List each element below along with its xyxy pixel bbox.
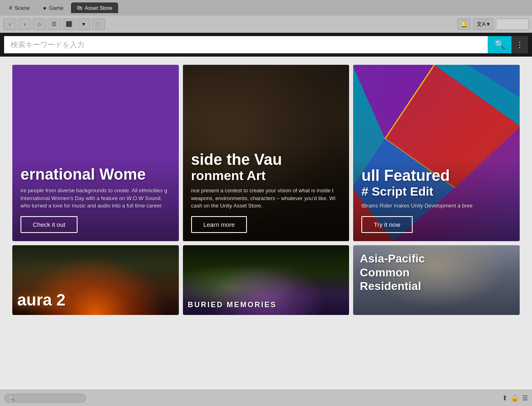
tab-game-label: Game xyxy=(49,5,63,11)
search-more-button[interactable]: ⋮ xyxy=(511,36,528,53)
card-desc-2: nce present a contest to create your vis… xyxy=(191,187,341,210)
notification-button[interactable]: 🔔 xyxy=(457,18,470,30)
language-button[interactable]: 文A ▾ xyxy=(473,18,493,30)
tab-game[interactable]: ● Game xyxy=(37,2,69,13)
building-title-line1: Asia-Pacific xyxy=(360,252,425,265)
home-icon: ⌂ xyxy=(38,21,41,27)
banner-grid: ernational Wome ire people from diverse … xyxy=(12,65,520,241)
card-desc-3: tBrains Rider makes Unity Development a … xyxy=(361,202,511,210)
small-card-aura[interactable]: aura 2 xyxy=(12,245,179,315)
search-submit-button[interactable]: 🔍 xyxy=(488,36,511,53)
cart-button[interactable]: 🛒 xyxy=(92,18,105,30)
bottom-search-icon: 🔍 xyxy=(9,395,15,401)
scene-icon: # xyxy=(9,5,12,11)
card-subtitle-3: # Script Edit xyxy=(361,185,511,198)
store-icon: 🛍 xyxy=(77,5,82,11)
search-bar: 🔍 ⋮ xyxy=(0,33,532,57)
forward-button[interactable]: › xyxy=(18,18,31,30)
user-avatar[interactable] xyxy=(496,18,529,30)
card-subtitle-2: ronment Art xyxy=(191,169,341,183)
back-button[interactable]: ‹ xyxy=(3,18,16,30)
learn-more-button[interactable]: Learn more xyxy=(191,216,247,233)
home-button[interactable]: ⌂ xyxy=(33,18,46,30)
small-card-title-aura: aura 2 xyxy=(17,291,175,309)
cart-icon: 🛒 xyxy=(95,21,102,27)
menu-button[interactable]: ☰ xyxy=(48,18,61,30)
lang-icon: 文A xyxy=(477,21,486,28)
bell-icon: 🔔 xyxy=(461,21,468,27)
game-icon: ● xyxy=(43,5,46,11)
banner-card-featured[interactable]: ull Featured # Script Edit tBrains Rider… xyxy=(353,65,520,241)
bottom-right: ⬆ 🔒 ☰ xyxy=(502,394,528,402)
search-icon: 🔍 xyxy=(494,39,505,50)
download-button[interactable]: ⬛ xyxy=(62,18,75,30)
card-title-3: ull Featured xyxy=(361,167,511,185)
search-input[interactable] xyxy=(4,36,488,53)
card-content-1: ernational Wome ire people from diverse … xyxy=(12,158,179,241)
more-icon: ⋮ xyxy=(516,40,523,49)
tab-scene[interactable]: # Scene xyxy=(3,2,36,13)
bottom-share-icon[interactable]: ⬆ xyxy=(502,394,507,402)
banner-card-women[interactable]: ernational Wome ire people from diverse … xyxy=(12,65,179,241)
toolbar-right: 🔔 文A ▾ xyxy=(457,18,529,30)
small-card-buried[interactable]: BURIED MEMORIES xyxy=(183,245,349,315)
card-content-3: ull Featured # Script Edit tBrains Rider… xyxy=(353,159,520,241)
menu-icon: ☰ xyxy=(52,21,57,27)
download-icon: ⬛ xyxy=(66,21,72,27)
card-content-2: side the Vau ronment Art nce present a c… xyxy=(183,143,349,241)
toolbar: ‹ › ⌂ ☰ ⬛ ♥ 🛒 🔔 文A ▾ xyxy=(0,16,532,33)
card-title-2: side the Vau xyxy=(191,151,341,169)
small-card-title-building: Asia-Pacific Common Residential xyxy=(360,252,513,293)
main-content: ernational Wome ire people from diverse … xyxy=(0,57,532,390)
card-desc-1: ire people from diverse backgrounds to c… xyxy=(21,187,171,210)
heart-button[interactable]: ♥ xyxy=(77,18,90,30)
try-it-now-button[interactable]: Try it now xyxy=(361,216,412,233)
forward-icon: › xyxy=(24,21,25,27)
building-title-line2: Common xyxy=(360,266,409,279)
banner-card-vault[interactable]: side the Vau ronment Art nce present a c… xyxy=(183,65,349,241)
title-bar: # Scene ● Game 🛍 Asset Store xyxy=(0,0,532,16)
small-card-building[interactable]: Asia-Pacific Common Residential xyxy=(353,245,520,315)
small-card-title-buried: BURIED MEMORIES xyxy=(188,301,345,309)
building-title-line3: Residential xyxy=(360,280,421,292)
lang-arrow-icon: ▾ xyxy=(487,21,490,27)
bottom-lock-icon[interactable]: 🔒 xyxy=(511,394,519,402)
tab-asset-store-label: Asset Store xyxy=(85,5,112,11)
small-banner-grid: aura 2 BURIED MEMORIES Asia-Pacific Comm… xyxy=(12,245,520,315)
bottom-list-icon[interactable]: ☰ xyxy=(522,394,528,402)
back-icon: ‹ xyxy=(9,21,11,27)
tab-scene-label: Scene xyxy=(15,5,30,11)
card-title-1: ernational Wome xyxy=(21,166,171,183)
check-it-out-button[interactable]: Check it out xyxy=(21,216,78,233)
bottom-bar: 🔍 ⬆ 🔒 ☰ xyxy=(0,390,532,406)
bottom-search[interactable]: 🔍 xyxy=(4,394,86,403)
heart-icon: ♥ xyxy=(82,21,85,27)
tab-asset-store[interactable]: 🛍 Asset Store xyxy=(71,2,118,13)
